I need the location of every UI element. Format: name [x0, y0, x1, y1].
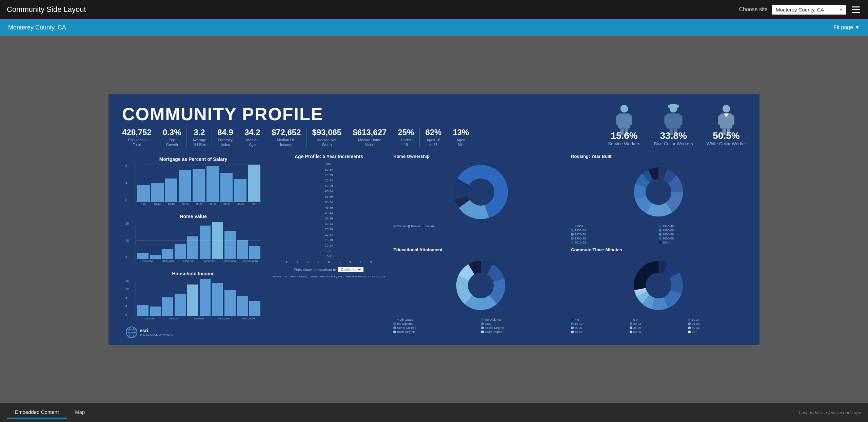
comparison-select[interactable]: California — [338, 267, 363, 272]
stat-value: $72,652 — [272, 128, 301, 137]
stat-label: AverageHH Size — [192, 138, 206, 147]
bar — [137, 305, 149, 316]
stat-label: Median HomeValue — [353, 138, 387, 147]
home-value-bars — [136, 222, 261, 259]
menu-icon[interactable] — [850, 4, 861, 15]
home-value-chart-section: Home Value 20 10 0 — [122, 211, 264, 266]
bar — [206, 166, 219, 202]
bar — [175, 244, 186, 259]
svg-point-40 — [646, 179, 671, 205]
stat-label: Median HHIncome — [272, 138, 301, 147]
stat-value: 62% — [425, 128, 441, 137]
stat-label: PopGrowth — [163, 138, 181, 147]
bar — [175, 294, 186, 316]
age-pyramid-title: Age Profile: 5 Year Increments — [268, 154, 390, 159]
sub-bar: Monterey County, CA Fit page ▼ — [0, 19, 868, 36]
stat-item: $93,065Median NetWorth — [307, 128, 347, 147]
pyramid-row: 80-84 — [268, 167, 390, 172]
worker-pct: 50.5% — [707, 130, 746, 141]
bar — [193, 169, 205, 202]
housing-year-legend: <1939 1940-49 1950-59 1960-69 1970-79 19… — [571, 225, 746, 244]
esri-tagline: THE SCIENCE OF WHERE — [140, 333, 173, 336]
bar — [234, 179, 246, 201]
bar — [137, 185, 150, 202]
stat-item: $72,652Median HHIncome — [266, 128, 307, 147]
educational-legend: < 9th Grade No Diploma HS Diploma GED So… — [393, 318, 568, 334]
stat-item: $613,627Median HomeValue — [347, 128, 392, 147]
pyramid-row: 20-24 — [268, 232, 390, 237]
esri-globe-icon — [125, 326, 138, 338]
white-collar-worker-icon — [714, 104, 738, 128]
svg-rect-3 — [628, 115, 632, 125]
home-ownership-donut — [450, 162, 511, 223]
tab-embedded-content[interactable]: Embedded Content — [7, 406, 67, 419]
pyramid-row: 50-54 — [268, 200, 390, 205]
worker-icons: 15.6%Service Workers 33.8%Blue Collar Wo… — [608, 104, 746, 146]
housing-year-donut — [628, 162, 689, 223]
bar — [220, 173, 233, 202]
service-worker-icon — [612, 104, 636, 128]
pyramid-row: 5-9 — [268, 249, 390, 253]
educational-section: Educational Attainment < 9th Grade No D — [393, 247, 568, 338]
stat-label: Aged66+ — [453, 138, 469, 147]
worker-label: White Collar Worker — [707, 141, 746, 146]
tabs-area: Embedded Content Map — [7, 406, 93, 419]
svg-rect-9 — [665, 115, 669, 125]
worker-pct: 15.6% — [608, 130, 640, 141]
comparison-label: Dots show comparison to — [294, 268, 336, 272]
home-ownership-legend: Owner Renter Vacant — [393, 225, 568, 228]
bar — [200, 279, 211, 316]
mortgage-chart-section: Mortgage as Percent of Salary 8 4 0 — [122, 154, 264, 208]
svg-rect-10 — [678, 115, 683, 125]
bar — [237, 296, 248, 316]
stat-value: 34.2 — [244, 128, 260, 137]
educational-donut — [450, 255, 511, 316]
pyramid-row: 65-69 — [268, 184, 390, 188]
svg-rect-2 — [616, 115, 621, 125]
esri-text: esri — [140, 328, 173, 333]
stat-label: Ages 18to 65 — [425, 138, 441, 147]
home-value-chart-title: Home Value — [125, 214, 261, 219]
pyramid-row: 45-49 — [268, 205, 390, 210]
stat-item: 3.2AverageHH Size — [187, 128, 212, 147]
header-left: COMMUNITY PROFILE 428,752PopulationTotal… — [122, 104, 608, 147]
housing-year-title: Housing: Year Built — [571, 154, 746, 159]
bar — [179, 170, 191, 202]
tab-map[interactable]: Map — [67, 406, 93, 419]
bar — [249, 246, 260, 259]
pyramid-row: 0-4 — [268, 254, 390, 259]
stat-item: 62%Ages 18to 65 — [420, 128, 447, 147]
bar — [137, 253, 149, 258]
bar — [249, 301, 260, 316]
stat-item: 13%Aged66+ — [447, 128, 474, 147]
pyramid-row: 35-39 — [268, 216, 390, 221]
stat-value: $93,065 — [312, 128, 341, 137]
donut-charts-grid: Home Ownership Owner — [393, 154, 746, 338]
blue-collar-worker-icon — [662, 104, 685, 128]
profile-header: COMMUNITY PROFILE 428,752PopulationTotal… — [122, 104, 746, 147]
household-income-chart-section: Household Income 16 12 8 4 0 — [122, 268, 264, 323]
household-income-bars — [136, 279, 261, 316]
svg-rect-17 — [730, 115, 734, 125]
fit-page-button[interactable]: Fit page ▼ — [833, 24, 860, 30]
worker-item: 33.8%Blue Collar Workers — [654, 104, 693, 146]
bottom-bar: Embedded Content Map Last update: a few … — [0, 403, 868, 422]
stat-value: 0.3% — [163, 128, 181, 137]
bar — [187, 236, 198, 258]
pyramid-row: 55-59 — [268, 194, 390, 199]
pyramid-comparison: Dots show comparison to California ▼ — [268, 267, 390, 272]
stat-value: 84.9 — [217, 128, 233, 137]
stat-item: 84.9DiversityIndex — [212, 128, 239, 147]
worker-item: 15.6%Service Workers — [608, 104, 640, 146]
bar — [162, 249, 173, 258]
site-select[interactable]: Monterey County, CA — [772, 5, 846, 15]
svg-point-29 — [468, 179, 494, 205]
stat-label: DiversityIndex — [217, 138, 233, 147]
household-income-chart-title: Household Income — [125, 271, 261, 276]
pyramid-row: 10-14 — [268, 243, 390, 248]
mortgage-chart-title: Mortgage as Percent of Salary — [125, 156, 261, 162]
pyramid-container: 85+ 80-84 75-79 70-7 — [268, 162, 390, 259]
commute-title: Commute Time: Minutes — [571, 247, 746, 252]
nav-right: Choose site Monterey County, CA — [739, 4, 862, 15]
pyramid-row: 30-34 — [268, 221, 390, 226]
